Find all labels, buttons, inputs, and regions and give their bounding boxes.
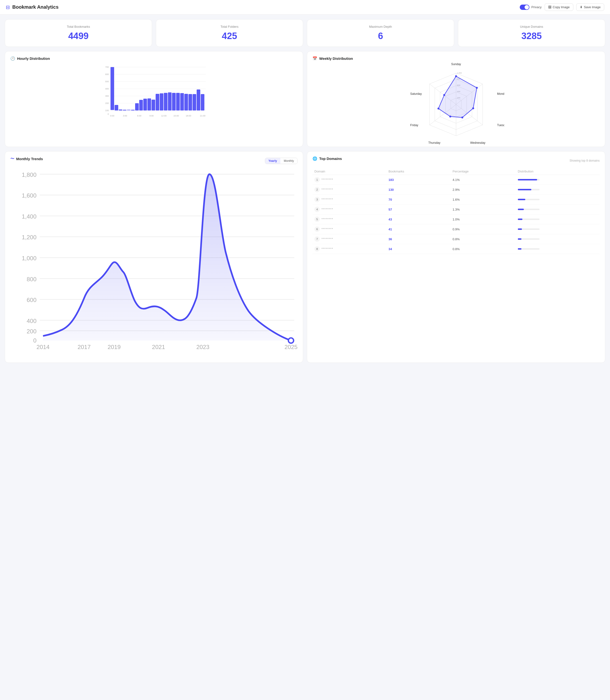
main-content: Total Bookmarks 4499 Total Folders 425 M… [0,15,610,368]
col-domain: Domain [312,168,387,175]
stat-value-folders: 425 [161,31,298,41]
yearly-toggle-button[interactable]: Yearly [265,158,280,164]
domain-percentage-cell: 1.3% [450,205,516,214]
copy-image-button[interactable]: 🖼 Copy Image [545,3,573,11]
distribution-bar-bg [518,189,540,190]
trends-icon: 〜 [10,156,14,161]
svg-rect-21 [135,103,139,111]
top-domains-card: 🌐 Top Domains Showing top 8 domains Doma… [307,151,605,363]
domain-name: ******** [321,188,333,191]
domain-percentage-cell: 0.8% [450,234,516,244]
table-row: 4 ******** 57 1.3% [312,205,600,214]
monthly-toggle-button[interactable]: Monthly [280,158,297,164]
domain-distribution-cell [516,244,600,254]
svg-rect-32 [180,93,184,111]
privacy-toggle-wrap: Privacy [520,4,542,10]
table-row: 6 ******** 41 0.9% [312,224,600,234]
monthly-trends-card: 〜 Monthly Trends Yearly Monthly [5,151,303,363]
svg-rect-26 [156,94,159,111]
stat-label-bookmarks: Total Bookmarks [10,25,147,29]
svg-point-73 [461,116,463,118]
table-row: 2 ******** 130 2.9% [312,185,600,195]
radar-svg: Sunday Monday Tuesday Wednesday Thursday… [408,60,504,147]
svg-text:800: 800 [27,276,37,282]
stat-value-depth: 6 [312,31,449,41]
domains-subtitle: Showing top 8 domains [569,159,600,162]
svg-text:0: 0 [33,337,37,344]
svg-text:Thursday: Thursday [428,141,440,145]
table-row: 8 ******** 34 0.8% [312,244,600,254]
col-bookmarks: Bookmarks [387,168,450,175]
charts-row: 🕐 Hourly Distribution 700 600 500 [5,51,605,147]
domain-percentage-cell: 1.6% [450,195,516,205]
domains-table-header: Domain Bookmarks Percentage Distribution [312,168,600,175]
svg-text:2023: 2023 [196,344,209,350]
domains-header: 🌐 Top Domains Showing top 8 domains [312,156,600,165]
col-percentage: Percentage [450,168,516,175]
domain-cell: 3 ******** [312,195,387,205]
distribution-bar-fill [518,248,522,250]
svg-point-74 [449,116,451,117]
svg-rect-33 [184,94,188,111]
domain-name: ******** [321,237,333,241]
svg-text:2017: 2017 [78,344,91,350]
hourly-distribution-card: 🕐 Hourly Distribution 700 600 500 [5,51,303,147]
domain-cell: 7 ******** [312,234,387,244]
svg-rect-17 [119,110,122,111]
monthly-svg: 1,800 1,600 1,400 1,200 1,000 800 600 40… [10,168,298,357]
svg-rect-30 [172,93,176,111]
domain-cell: 2 ******** [312,185,387,195]
svg-text:6:00: 6:00 [137,115,141,117]
bottom-row: 〜 Monthly Trends Yearly Monthly [5,151,605,363]
app-header: ⊟ Bookmark Analytics Privacy 🖼 Copy Imag… [0,0,610,15]
domain-cell: 4 ******** [312,205,387,214]
distribution-bar-bg [518,199,540,200]
svg-text:21:00: 21:00 [200,115,206,117]
domain-distribution-cell [516,214,600,224]
hourly-bar-chart: 700 600 500 400 300 200 100 0 [10,65,298,123]
stat-label-folders: Total Folders [161,25,298,29]
calendar-icon: 📅 [312,56,317,61]
svg-rect-24 [147,98,151,111]
app-title: Bookmark Analytics [12,4,59,10]
svg-rect-23 [143,99,147,111]
svg-text:1,200: 1,200 [22,234,36,241]
header-right: Privacy 🖼 Copy Image ⬇ Save Image [520,3,604,11]
domain-cell: 6 ******** [312,224,387,234]
radar-chart: Sunday Monday Tuesday Wednesday Thursday… [312,65,600,142]
stat-total-folders: Total Folders 425 [156,19,303,47]
svg-text:Monday: Monday [497,92,504,96]
svg-rect-15 [111,67,114,110]
svg-rect-36 [197,89,200,111]
stat-value-domains: 3285 [463,31,600,41]
domain-number: 5 [315,217,320,222]
domain-number: 8 [315,246,320,251]
domain-percentage-cell: 1.0% [450,214,516,224]
domain-number: 3 [315,197,320,202]
domain-name: ******** [321,198,333,201]
distribution-bar-fill [518,209,524,210]
svg-rect-34 [189,94,192,111]
svg-text:600: 600 [105,73,109,76]
svg-text:1,000: 1,000 [22,255,36,261]
domain-number: 7 [315,237,320,242]
svg-text:0:00: 0:00 [110,115,114,117]
svg-text:9:00: 9:00 [149,115,154,117]
table-row: 1 ******** 183 4.1% [312,175,600,185]
hourly-title: 🕐 Hourly Distribution [10,56,298,61]
trends-header: 〜 Monthly Trends Yearly Monthly [10,156,298,165]
svg-text:0: 0 [108,113,109,115]
save-image-button[interactable]: ⬇ Save Image [576,3,604,11]
domain-cell: 1 ******** [312,175,387,185]
svg-point-70 [455,75,457,77]
domains-table: Domain Bookmarks Percentage Distribution… [312,168,600,254]
privacy-toggle[interactable] [520,4,529,10]
privacy-label: Privacy [531,5,542,9]
svg-rect-35 [193,94,196,111]
svg-point-75 [437,108,439,110]
trends-toggle-group: Yearly Monthly [265,158,298,164]
distribution-bar-bg [518,248,540,250]
svg-rect-18 [123,110,126,111]
distribution-bar-fill [518,238,522,240]
stat-unique-domains: Unique Domains 3285 [458,19,605,47]
